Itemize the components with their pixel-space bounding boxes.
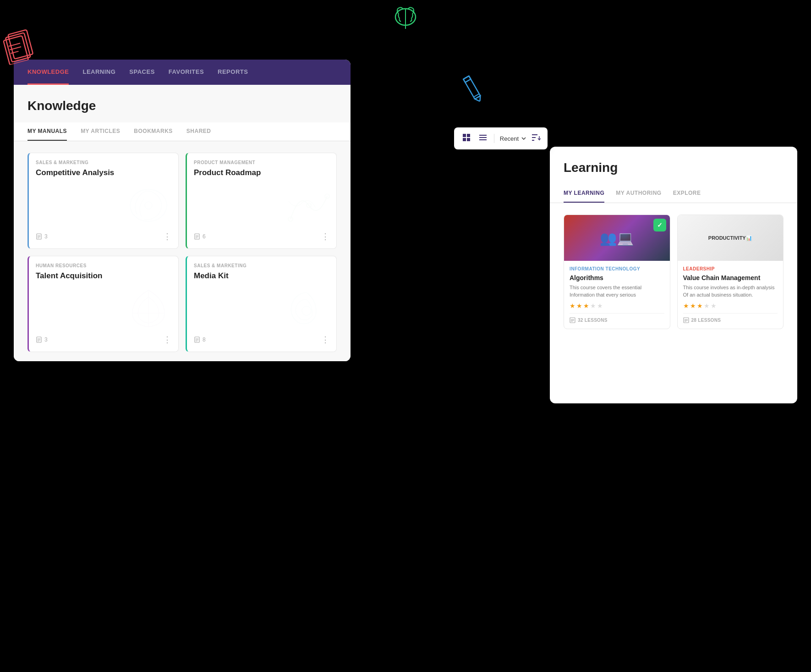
star-5: ★ (711, 302, 717, 309)
svg-rect-4 (5, 33, 31, 62)
card-category: SALES & MARKETING (194, 263, 329, 268)
card-title: Competitive Analysis (36, 168, 171, 178)
learning-cards-grid: ✓ INFORMATION TECHNOLOGY Algorithms This… (564, 215, 784, 329)
list-view-button[interactable] (477, 132, 488, 145)
knowledge-nav: KNOWLEDGE LEARNING SPACES FAVORITES REPO… (14, 60, 351, 85)
card-doc-count: 3 (36, 233, 48, 240)
star-4: ★ (704, 302, 710, 309)
svg-rect-11 (463, 76, 471, 83)
knowledge-page-title: Knowledge (27, 99, 337, 113)
svg-rect-16 (467, 138, 470, 141)
svg-rect-13 (463, 134, 466, 137)
tab-my-manuals[interactable]: MY MANUALS (27, 122, 67, 141)
star-1: ★ (683, 302, 689, 309)
svg-line-8 (11, 51, 18, 54)
card-doc-count: 3 (36, 336, 48, 343)
nav-item-learning[interactable]: LEARNING (82, 60, 115, 85)
learning-window: Learning MY LEARNING MY AUTHORING EXPLOR… (550, 147, 797, 403)
knowledge-body: Knowledge MY MANUALS MY ARTICLES BOOKMAR… (14, 85, 351, 361)
tab-bookmarks[interactable]: BOOKMARKS (134, 122, 173, 141)
brain-icon (389, 2, 422, 32)
course-image-productivity (678, 215, 784, 261)
course-body: INFORMATION TECHNOLOGY Algorithms This c… (564, 261, 670, 329)
nav-item-spaces[interactable]: SPACES (129, 60, 155, 85)
tab-explore[interactable]: EXPLORE (673, 184, 701, 203)
course-body: LEADERSHIP Value Chain Management This c… (678, 261, 784, 329)
pencil-decoration (454, 69, 492, 109)
knowledge-window: KNOWLEDGE LEARNING SPACES FAVORITES REPO… (14, 60, 351, 361)
card-category: PRODUCT MANAGEMENT (194, 160, 329, 165)
tab-my-authoring[interactable]: MY AUTHORING (616, 184, 661, 203)
card-more-button[interactable]: ⋮ (321, 231, 329, 242)
card-footer: 3 ⋮ (36, 227, 171, 242)
knowledge-tabs: MY MANUALS MY ARTICLES BOOKMARKS SHARED (14, 122, 351, 141)
knowledge-card-media-kit[interactable]: SALES & MARKETING Media Kit (186, 256, 337, 352)
svg-point-42 (302, 306, 311, 315)
star-3: ★ (583, 302, 589, 309)
card-more-button[interactable]: ⋮ (321, 335, 329, 345)
svg-rect-3 (8, 30, 33, 59)
card-category: HUMAN RESOURCES (36, 263, 171, 268)
card-title: Media Kit (194, 271, 329, 281)
card-more-button[interactable]: ⋮ (163, 231, 171, 242)
course-category: LEADERSHIP (683, 266, 778, 271)
card-footer: 8 ⋮ (194, 330, 329, 345)
star-4: ★ (590, 302, 596, 309)
card-title: Product Roadmap (194, 168, 329, 178)
sort-dropdown[interactable]: Recent (500, 135, 526, 142)
learning-page-title: Learning (564, 160, 784, 175)
star-5: ★ (597, 302, 603, 309)
knowledge-card-competitive-analysis[interactable]: SALES & MARKETING Competitive Analysis (27, 153, 179, 249)
star-2: ★ (690, 302, 696, 309)
course-image-algorithms: ✓ (564, 215, 670, 261)
card-title: Talent Acquisition (36, 271, 171, 281)
card-doc-count: 8 (194, 336, 206, 343)
svg-rect-14 (467, 134, 470, 137)
sort-label: Recent (500, 135, 519, 142)
svg-rect-9 (463, 76, 480, 99)
course-lessons-count: 28 LESSONS (683, 313, 778, 323)
svg-rect-15 (463, 138, 466, 141)
view-controls-bar: Recent (454, 127, 548, 149)
nav-item-reports[interactable]: REPORTS (218, 60, 248, 85)
knowledge-card-talent-acquisition[interactable]: HUMAN RESOURCES Talent Acquisition (27, 256, 179, 352)
course-rating: ★ ★ ★ ★ ★ (570, 302, 664, 309)
svg-line-12 (474, 94, 479, 97)
course-rating: ★ ★ ★ ★ ★ (683, 302, 778, 309)
course-description: This course covers the essential Informa… (570, 284, 664, 298)
course-title: Algorithms (570, 274, 664, 282)
star-2: ★ (576, 302, 582, 309)
svg-point-30 (307, 203, 311, 208)
svg-line-7 (10, 47, 21, 50)
grid-view-button[interactable] (461, 132, 472, 145)
svg-point-23 (130, 189, 167, 221)
card-doc-count: 6 (194, 233, 206, 240)
card-more-button[interactable]: ⋮ (163, 335, 171, 345)
sort-order-button[interactable] (532, 133, 541, 143)
view-controls-divider (494, 134, 494, 143)
course-card-value-chain[interactable]: LEADERSHIP Value Chain Management This c… (677, 215, 784, 329)
tab-my-articles[interactable]: MY ARTICLES (81, 122, 120, 141)
nav-item-favorites[interactable]: FAVORITES (169, 60, 204, 85)
nav-item-knowledge[interactable]: KNOWLEDGE (27, 60, 69, 85)
card-category: SALES & MARKETING (36, 160, 171, 165)
tab-shared[interactable]: SHARED (186, 122, 211, 141)
chevron-down-icon (521, 137, 526, 140)
svg-point-29 (288, 217, 293, 221)
tab-my-learning[interactable]: MY LEARNING (564, 184, 604, 203)
learning-tabs: MY LEARNING MY AUTHORING EXPLORE (550, 184, 797, 203)
course-description: This course involves as in-depth analysi… (683, 284, 778, 298)
svg-line-6 (9, 43, 20, 46)
svg-point-24 (145, 202, 152, 209)
knowledge-card-product-roadmap[interactable]: PRODUCT MANAGEMENT Product Roadmap (186, 153, 337, 249)
knowledge-cards-grid: SALES & MARKETING Competitive Analysis (27, 153, 337, 352)
svg-point-31 (325, 194, 329, 198)
card-footer: 6 ⋮ (194, 227, 329, 242)
star-1: ★ (570, 302, 575, 309)
star-3: ★ (697, 302, 703, 309)
card-footer: 3 ⋮ (36, 330, 171, 345)
course-lessons-count: 32 LESSONS (570, 313, 664, 323)
course-completed-badge: ✓ (653, 219, 666, 231)
course-card-algorithms[interactable]: ✓ INFORMATION TECHNOLOGY Algorithms This… (564, 215, 670, 329)
course-category: INFORMATION TECHNOLOGY (570, 266, 664, 271)
